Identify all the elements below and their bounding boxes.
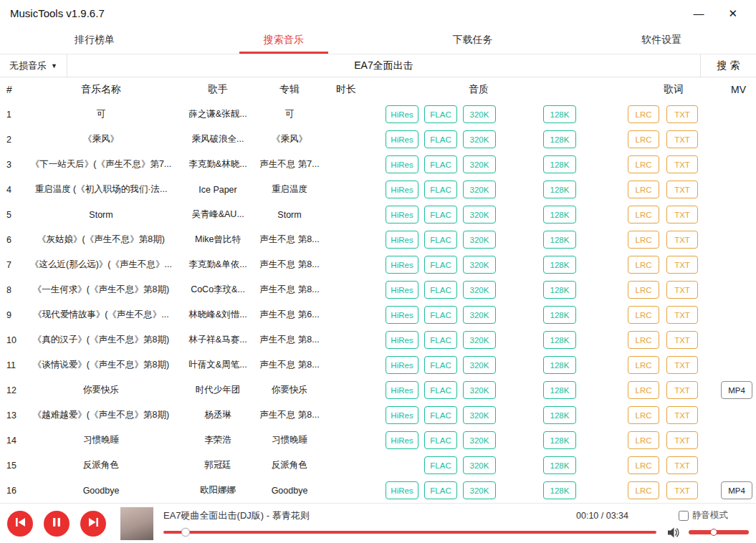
tab-search-music[interactable]: 搜索音乐 [189,26,378,54]
source-select[interactable]: 无损音乐 ▼ [0,54,67,77]
hires-download-button[interactable]: HiRes [386,331,418,349]
hires-download-button[interactable]: HiRes [386,256,418,274]
txt-download-button[interactable]: TXT [666,206,698,224]
txt-download-button[interactable]: TXT [666,481,698,499]
txt-download-button[interactable]: TXT [666,130,698,148]
320k-download-button[interactable]: 320K [463,356,496,374]
320k-download-button[interactable]: 320K [463,331,496,349]
320k-download-button[interactable]: 320K [463,381,496,399]
lrc-download-button[interactable]: LRC [628,130,659,148]
txt-download-button[interactable]: TXT [666,406,698,424]
128k-download-button[interactable]: 128K [543,231,576,249]
128k-download-button[interactable]: 128K [543,431,576,449]
flac-download-button[interactable]: FLAC [424,181,457,198]
320k-download-button[interactable]: 320K [463,206,496,224]
lrc-download-button[interactable]: LRC [628,481,659,499]
txt-download-button[interactable]: TXT [666,431,698,449]
lrc-download-button[interactable]: LRC [628,431,659,449]
mute-checkbox[interactable] [679,511,689,521]
128k-download-button[interactable]: 128K [543,256,576,274]
hires-download-button[interactable]: HiRes [386,481,418,499]
flac-download-button[interactable]: FLAC [424,481,457,499]
speaker-icon[interactable] [668,527,680,538]
close-button[interactable]: ✕ [728,8,737,19]
128k-download-button[interactable]: 128K [543,206,576,224]
lrc-download-button[interactable]: LRC [628,105,659,123]
flac-download-button[interactable]: FLAC [424,331,457,349]
flac-download-button[interactable]: FLAC [424,356,457,374]
lrc-download-button[interactable]: LRC [628,381,659,399]
128k-download-button[interactable]: 128K [543,130,576,148]
128k-download-button[interactable]: 128K [543,181,576,198]
lrc-download-button[interactable]: LRC [628,155,659,173]
tab-settings[interactable]: 软件设置 [567,26,756,54]
320k-download-button[interactable]: 320K [463,281,496,299]
128k-download-button[interactable]: 128K [543,331,576,349]
pause-button[interactable] [44,511,70,537]
mp4-download-button[interactable]: MP4 [721,481,752,499]
tab-download-tasks[interactable]: 下载任务 [378,26,568,54]
320k-download-button[interactable]: 320K [463,406,496,424]
320k-download-button[interactable]: 320K [463,431,496,449]
flac-download-button[interactable]: FLAC [424,431,457,449]
txt-download-button[interactable]: TXT [666,105,698,123]
search-button[interactable]: 搜 索 [700,54,756,77]
txt-download-button[interactable]: TXT [666,256,698,274]
flac-download-button[interactable]: FLAC [424,406,457,424]
128k-download-button[interactable]: 128K [543,281,576,299]
lrc-download-button[interactable]: LRC [628,456,659,474]
next-track-button[interactable] [80,511,106,537]
mp4-download-button[interactable]: MP4 [721,381,752,399]
128k-download-button[interactable]: 128K [543,381,576,399]
128k-download-button[interactable]: 128K [543,481,576,499]
lrc-download-button[interactable]: LRC [628,306,659,324]
volume-track[interactable] [689,530,749,534]
hires-download-button[interactable]: HiRes [386,406,418,424]
lrc-download-button[interactable]: LRC [628,206,659,224]
search-input[interactable] [67,54,700,77]
128k-download-button[interactable]: 128K [543,105,576,123]
txt-download-button[interactable]: TXT [666,331,698,349]
hires-download-button[interactable]: HiRes [386,206,418,224]
hires-download-button[interactable]: HiRes [386,281,418,299]
320k-download-button[interactable]: 320K [463,231,496,249]
320k-download-button[interactable]: 320K [463,456,496,474]
txt-download-button[interactable]: TXT [666,306,698,324]
320k-download-button[interactable]: 320K [463,130,496,148]
minimize-button[interactable]: — [693,8,704,19]
volume-slider[interactable] [689,529,749,536]
flac-download-button[interactable]: FLAC [424,105,457,123]
hires-download-button[interactable]: HiRes [386,155,418,173]
lrc-download-button[interactable]: LRC [628,406,659,424]
txt-download-button[interactable]: TXT [666,231,698,249]
320k-download-button[interactable]: 320K [463,256,496,274]
320k-download-button[interactable]: 320K [463,181,496,198]
txt-download-button[interactable]: TXT [666,356,698,374]
tab-ranking[interactable]: 排行榜单 [0,26,189,54]
flac-download-button[interactable]: FLAC [424,381,457,399]
128k-download-button[interactable]: 128K [543,306,576,324]
txt-download-button[interactable]: TXT [666,456,698,474]
hires-download-button[interactable]: HiRes [386,181,418,198]
flac-download-button[interactable]: FLAC [424,456,457,474]
hires-download-button[interactable]: HiRes [386,356,418,374]
320k-download-button[interactable]: 320K [463,105,496,123]
hires-download-button[interactable]: HiRes [386,130,418,148]
320k-download-button[interactable]: 320K [463,481,496,499]
hires-download-button[interactable]: HiRes [386,431,418,449]
flac-download-button[interactable]: FLAC [424,281,457,299]
previous-track-button[interactable] [7,511,33,537]
lrc-download-button[interactable]: LRC [628,181,659,198]
hires-download-button[interactable]: HiRes [386,105,418,123]
lrc-download-button[interactable]: LRC [628,256,659,274]
lrc-download-button[interactable]: LRC [628,356,659,374]
lrc-download-button[interactable]: LRC [628,331,659,349]
320k-download-button[interactable]: 320K [463,155,496,173]
txt-download-button[interactable]: TXT [666,381,698,399]
txt-download-button[interactable]: TXT [666,155,698,173]
flac-download-button[interactable]: FLAC [424,155,457,173]
128k-download-button[interactable]: 128K [543,456,576,474]
flac-download-button[interactable]: FLAC [424,231,457,249]
flac-download-button[interactable]: FLAC [424,256,457,274]
flac-download-button[interactable]: FLAC [424,306,457,324]
